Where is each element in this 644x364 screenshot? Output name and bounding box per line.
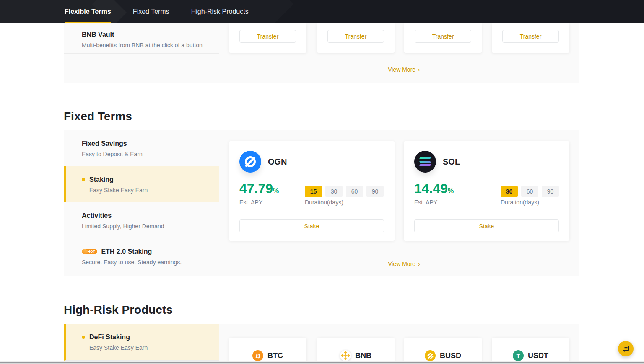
asset-card: Transfer	[404, 23, 482, 53]
sidebar-item-eth2-staking[interactable]: HOT ETH 2.0 Staking Secure. Easy to use.…	[64, 238, 219, 276]
fixed-terms-heading: Fixed Terms	[64, 110, 132, 123]
sidebar-item-title: Activities	[82, 212, 112, 219]
view-more-link[interactable]: View More›	[229, 66, 579, 73]
chevron-right-icon: ›	[418, 261, 420, 267]
high-risk-heading: High-Risk Products	[64, 303, 173, 317]
apy-value: 14.49%	[414, 181, 454, 196]
duration-pill-90[interactable]: 90	[366, 186, 384, 197]
stake-card-ogn: OGN 47.79% Est. APY 15 30 60 90 Duration…	[229, 141, 395, 241]
transfer-button[interactable]: Transfer	[239, 30, 296, 43]
coin-card-busd[interactable]: BUSD	[404, 338, 482, 364]
chat-bubble-icon	[622, 345, 630, 352]
apy-unit: %	[448, 187, 454, 194]
window-bottom-edge	[0, 361, 644, 364]
coin-card-bnb[interactable]: BNB	[317, 338, 395, 364]
transfer-button[interactable]: Transfer	[415, 30, 471, 43]
sidebar-item-title: ETH 2.0 Staking	[101, 248, 152, 256]
duration-label: Duration(days)	[501, 199, 539, 206]
hot-badge-icon: HOT	[82, 249, 97, 254]
asset-card: Transfer	[492, 23, 569, 53]
duration-pill-60[interactable]: 60	[521, 186, 538, 197]
apy-number: 14.49	[414, 181, 448, 196]
duration-pills: 15 30 60 90	[305, 186, 384, 197]
active-dot-icon	[82, 336, 85, 339]
coin-name: SOL	[443, 157, 460, 167]
usdt-icon: T	[513, 350, 524, 361]
stake-button[interactable]: Stake	[414, 219, 559, 232]
duration-pill-60[interactable]: 60	[346, 186, 363, 197]
apy-label: Est. APY	[414, 199, 437, 206]
duration-pill-30[interactable]: 30	[501, 186, 518, 197]
sidebar-item-title: Staking	[89, 176, 114, 183]
transfer-button[interactable]: Transfer	[327, 30, 384, 43]
sidebar-item-staking[interactable]: Staking Easy Stake Easy Earn	[64, 166, 219, 202]
asset-card: Transfer	[229, 23, 306, 53]
sidebar-item-subtitle: Easy to Deposit & Earn	[82, 151, 212, 157]
sidebar-item-defi-staking[interactable]: DeFi Staking Easy Stake Easy Earn	[64, 324, 219, 361]
btc-icon: B	[252, 350, 263, 361]
stake-button[interactable]: Stake	[239, 219, 384, 232]
sidebar-item-subtitle: Secure. Easy to use. Steady earnings.	[82, 259, 212, 266]
earn-page: Flexible Terms Fixed Terms High-Risk Pro…	[0, 0, 644, 364]
sidebar-item-subtitle: Easy Stake Easy Earn	[89, 187, 212, 194]
duration-pills: 30 60 90	[501, 186, 559, 197]
coin-symbol: BUSD	[440, 351, 461, 360]
chevron-right-icon: ›	[418, 66, 420, 73]
apy-number: 47.79	[239, 181, 273, 196]
chat-support-button[interactable]	[618, 341, 634, 356]
coin-card-btc[interactable]: B BTC	[229, 338, 306, 364]
product-subtitle: Multi-benefits from BNB at the click of …	[82, 42, 203, 49]
tab-fixed-terms[interactable]: Fixed Terms	[133, 0, 169, 23]
duration-pill-90[interactable]: 90	[542, 186, 559, 197]
sol-coin-icon	[414, 151, 436, 173]
coin-card-usdt[interactable]: T USDT	[492, 338, 569, 364]
coin-name: OGN	[268, 157, 287, 167]
tab-high-risk-products[interactable]: High-Risk Products	[191, 0, 249, 23]
coin-symbol: BTC	[267, 351, 283, 360]
coin-symbol: BNB	[355, 351, 371, 360]
sidebar-item-activities[interactable]: Activities Limited Supply, Higher Demand	[64, 202, 219, 238]
duration-pill-15[interactable]: 15	[305, 186, 322, 197]
sidebar-item-title: Fixed Savings	[82, 139, 127, 147]
apy-label: Est. APY	[239, 199, 262, 206]
busd-icon	[425, 350, 436, 361]
apy-unit: %	[273, 187, 279, 194]
duration-pill-30[interactable]: 30	[325, 186, 343, 197]
sidebar-item-subtitle: Limited Supply, Higher Demand	[82, 223, 212, 230]
stake-card-sol: SOL 14.49% Est. APY 30 60 90 Duration(da…	[404, 141, 569, 241]
transfer-button[interactable]: Transfer	[502, 30, 559, 43]
bnb-icon	[340, 350, 351, 361]
sidebar-item-subtitle: Easy Stake Easy Earn	[89, 344, 212, 351]
product-title: BNB Vault	[82, 31, 203, 39]
apy-value: 47.79%	[239, 181, 279, 196]
high-risk-section: DeFi Staking Easy Stake Easy Earn B BTC	[64, 324, 579, 364]
bnb-vault-item[interactable]: BNB Vault Multi-benefits from BNB at the…	[82, 31, 203, 49]
divider	[64, 53, 219, 54]
view-more-label: View More	[388, 66, 415, 73]
asset-card: Transfer	[317, 23, 395, 53]
duration-label: Duration(days)	[305, 199, 343, 206]
view-more-link[interactable]: View More›	[229, 261, 579, 267]
flexible-terms-section: BNB Vault Multi-benefits from BNB at the…	[64, 23, 579, 83]
coin-symbol: USDT	[528, 351, 548, 360]
sidebar-item-title: DeFi Staking	[89, 333, 130, 341]
top-nav: Flexible Terms Fixed Terms High-Risk Pro…	[0, 0, 644, 23]
view-more-label: View More	[388, 261, 415, 267]
fixed-terms-section: Fixed Savings Easy to Deposit & Earn Sta…	[64, 130, 579, 276]
sidebar-item-fixed-savings[interactable]: Fixed Savings Easy to Deposit & Earn	[64, 130, 219, 166]
tab-flexible-terms[interactable]: Flexible Terms	[65, 0, 111, 23]
ogn-coin-icon	[239, 151, 261, 173]
active-dot-icon	[82, 178, 85, 181]
